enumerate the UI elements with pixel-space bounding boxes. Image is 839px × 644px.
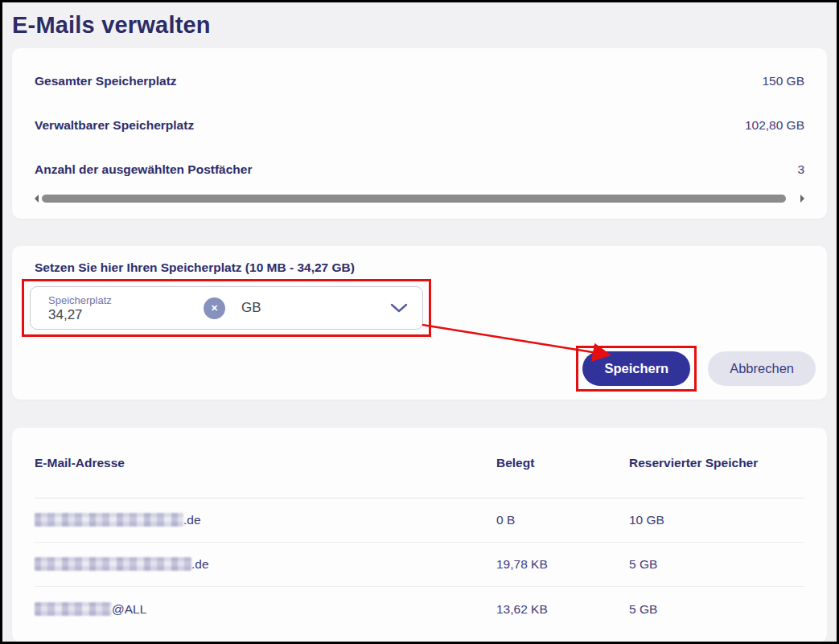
table-row: .de 0 B 10 GB bbox=[35, 498, 804, 543]
summary-value: 150 GB bbox=[762, 74, 804, 88]
app-frame: E-Mails verwalten Gesamter Speicherplatz… bbox=[0, 0, 839, 644]
storage-form-heading: Setzen Sie hier Ihren Speicherplatz (10 … bbox=[35, 260, 804, 275]
redacted-email bbox=[35, 513, 183, 527]
chevron-down-icon bbox=[390, 303, 408, 313]
email-suffix: @ALL bbox=[112, 602, 146, 616]
page-title: E-Mails verwalten bbox=[12, 12, 827, 39]
scroll-left-icon[interactable] bbox=[35, 195, 39, 203]
annotation-rect-save: Speichern bbox=[576, 346, 697, 392]
reserved-cell: 5 GB bbox=[629, 557, 804, 572]
email-suffix: .de bbox=[191, 557, 209, 571]
summary-label: Gesamter Speicherplatz bbox=[35, 74, 177, 88]
scrollbar-track[interactable] bbox=[42, 195, 797, 203]
summary-value: 102,80 GB bbox=[745, 118, 804, 133]
table-header-row: E-Mail-Adresse Belegt Reservierter Speic… bbox=[35, 428, 804, 498]
redacted-email bbox=[35, 602, 112, 616]
summary-row-selected-mailboxes: Anzahl der ausgewählten Postfächer 3 bbox=[35, 147, 804, 191]
email-cell: .de bbox=[35, 557, 496, 572]
email-cell: .de bbox=[35, 513, 496, 527]
email-suffix: .de bbox=[183, 513, 201, 527]
storage-summary-card: Gesamter Speicherplatz 150 GB Verwaltbar… bbox=[12, 48, 827, 219]
storage-field-group: Speicherplatz ✕ GB bbox=[30, 286, 423, 330]
clear-input-icon[interactable]: ✕ bbox=[204, 297, 225, 319]
storage-input-label: Speicherplatz bbox=[48, 294, 204, 306]
redacted-email bbox=[35, 557, 191, 571]
email-management-page: E-Mails verwalten Gesamter Speicherplatz… bbox=[2, 2, 837, 642]
reserved-cell: 10 GB bbox=[629, 513, 804, 527]
unit-select[interactable]: GB bbox=[241, 300, 422, 316]
annotation-rect-input: Speicherplatz ✕ GB bbox=[22, 279, 431, 337]
form-buttons-row: Speichern Abbrechen bbox=[35, 346, 816, 392]
storage-input-wrapper[interactable]: Speicherplatz bbox=[31, 289, 204, 328]
unit-selected-value: GB bbox=[241, 300, 261, 316]
used-cell: 13,62 KB bbox=[496, 602, 629, 617]
mailbox-table-card: E-Mail-Adresse Belegt Reservierter Speic… bbox=[12, 428, 827, 642]
column-header-reserved: Reservierter Speicher bbox=[629, 456, 804, 470]
table-row: .de 19,78 KB 5 GB bbox=[35, 543, 804, 587]
summary-value: 3 bbox=[797, 162, 804, 177]
summary-label: Verwaltbarer Speicherplatz bbox=[35, 118, 194, 133]
column-header-email: E-Mail-Adresse bbox=[35, 456, 496, 470]
scroll-right-icon[interactable] bbox=[800, 195, 804, 203]
reserved-cell: 5 GB bbox=[629, 602, 804, 617]
summary-row-total: Gesamter Speicherplatz 150 GB bbox=[35, 59, 804, 103]
email-cell: @ALL bbox=[35, 602, 496, 617]
table-row: @ALL 13,62 KB 5 GB bbox=[35, 587, 804, 631]
used-cell: 19,78 KB bbox=[496, 557, 629, 572]
cancel-button[interactable]: Abbrechen bbox=[708, 351, 816, 386]
summary-label: Anzahl der ausgewählten Postfächer bbox=[35, 162, 252, 177]
column-header-used: Belegt bbox=[496, 456, 629, 470]
storage-form-card: Setzen Sie hier Ihren Speicherplatz (10 … bbox=[12, 246, 827, 400]
used-cell: 0 B bbox=[496, 513, 629, 527]
storage-input[interactable] bbox=[48, 307, 169, 323]
save-button[interactable]: Speichern bbox=[582, 351, 690, 386]
summary-row-manageable: Verwaltbarer Speicherplatz 102,80 GB bbox=[35, 103, 804, 147]
scrollbar-thumb[interactable] bbox=[42, 195, 786, 203]
horizontal-scrollbar[interactable] bbox=[35, 193, 804, 204]
